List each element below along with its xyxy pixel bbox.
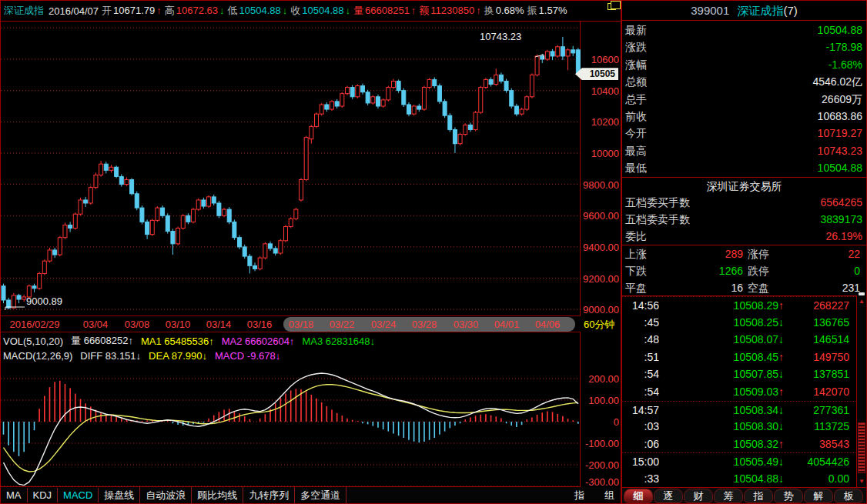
tick-scrollbar[interactable]: ▲ ▼ [856,295,866,487]
quote-tab-细[interactable]: 细 [624,489,653,503]
date-label[interactable]: 03/14 [206,319,232,330]
depth-row-五档委买手数: 五档委买手数6564265 [622,194,866,211]
tick-row[interactable]: :5110508.45↑149750 [622,349,857,366]
depth-row-五档委卖手数: 五档委卖手数3839173 [622,211,866,228]
indicator-tab-九转序列[interactable]: 九转序列 [243,487,295,504]
high-price-annotation: 10743.23 [480,31,521,42]
tick-row[interactable]: :5410509.03↑142070 [622,383,857,401]
security-title[interactable]: 399001 深证成指(7) [622,1,866,21]
field-value: 10504.88 [302,5,343,16]
volume-indicator-row[interactable]: VOL(5,10,20)量 66608252↑MA1 65485536↑MA2 … [1,332,581,349]
price-axis-label: 9600.00 [583,210,619,222]
indicator-tab-MACD[interactable]: MACD [58,488,99,502]
tick-time: :54 [622,365,659,383]
down-arrow-icon: ↓ [219,5,225,16]
quote-row-今开: 今开10719.27 [622,125,866,142]
quote-tab-势[interactable]: 势 [774,489,803,503]
quote-tab-解[interactable]: 解 [804,489,833,503]
date-label[interactable]: 2016/02/29 [9,319,59,330]
date-label[interactable]: 03/22 [330,319,355,330]
macd-indicator-row: MACD(12,26,9)DIFF 83.151↓DEA 87.990↓MACD… [3,350,288,362]
quote-tab-板[interactable]: 板 [834,489,863,503]
quote-panel: 399001 深证成指(7) 最新10504.88涨跌-178.98涨幅-1.6… [621,0,867,504]
date-label[interactable]: 03/08 [125,319,150,330]
tick-time: :45 [622,314,659,332]
breadth-value: 22 [848,245,860,262]
scroll-up-icon[interactable]: ▲ [857,299,866,305]
mini-nav-labels: 指组 [554,489,614,502]
quote-tab-财[interactable]: 财 [684,489,713,503]
breadth-value: 289 [725,245,743,262]
date-label[interactable]: 03/28 [412,319,437,330]
indicator-tab-多空通道[interactable]: 多空通道 [295,487,346,504]
price-axis-label: 9400.00 [583,241,619,252]
tick-price: 10508.30↓ [691,418,784,436]
scroll-thumb[interactable] [858,422,865,473]
quote-value: 10683.86 [818,108,862,125]
period-label[interactable]: 60分钟 [584,318,614,332]
field-value: 0.68% [496,5,524,16]
up-arrow-icon: ↑ [476,5,481,16]
exchange-header: 深圳证券交易所 [622,177,866,194]
indicator-tab-KDJ[interactable]: KDJ [28,488,59,502]
tick-row[interactable]: :5410507.85↓137851 [622,365,857,383]
depth-label: 委比 [625,228,647,245]
quote-tab-筹[interactable]: 筹 [714,489,743,503]
mini-nav-组[interactable]: 组 [604,489,614,501]
date-label[interactable]: 03/30 [454,319,479,330]
date-axis[interactable]: 2016/02/2903/0403/0803/1003/1403/1603/18… [1,315,581,332]
date-label[interactable]: 04/06 [535,319,561,330]
indicator-tab-操盘线[interactable]: 操盘线 [99,487,140,504]
security-suffix: (7) [783,4,797,17]
quote-value: 10743.23 [818,142,862,159]
scroll-down-icon[interactable]: ▼ [857,479,866,485]
tick-price: 10508.07↓ [691,331,784,349]
candlestick-svg [1,22,581,315]
tick-row[interactable]: 14:5710508.34↓277361 [622,401,857,419]
tick-row[interactable]: :4510508.25↓136765 [622,314,857,332]
indicator-tab-自动波浪[interactable]: 自动波浪 [140,487,192,504]
tick-row[interactable]: :0310508.30↓113725 [622,418,857,436]
tick-volume: 0.00 [829,470,849,488]
tick-list[interactable]: 14:5610508.29↑268227:4510508.25↓136765:4… [622,295,857,487]
tick-row[interactable]: :3310504.88↓0.00 [622,470,857,488]
tick-time: :54 [622,383,659,401]
indicator-tab-顾比均线[interactable]: 顾比均线 [192,487,243,504]
chart-window: 深证成指 2016/04/07 开10671.79↑高10672.63↓低105… [0,0,621,504]
macd-panel[interactable]: MACD(12,26,9)DIFF 83.151↓DEA 87.990↓MACD… [1,349,581,487]
tick-volume: 38543 [819,436,849,453]
breadth-value: 0 [854,262,860,279]
date-label[interactable]: 03/04 [83,319,109,330]
restore-window-icon[interactable] [608,3,616,10]
date-label[interactable]: 03/18 [289,319,314,330]
quote-field-量: 量66608251↑ [353,5,417,16]
date-label[interactable]: 03/24 [371,319,397,330]
tick-row[interactable]: :0610508.32↑38543 [622,436,857,453]
quote-row-最新: 最新10504.88 [622,22,866,38]
up-arrow-icon: ↑ [778,438,784,450]
quote-value: 4546.02亿 [812,73,862,90]
mini-nav-指[interactable]: 指 [574,489,584,501]
quote-label: 最低 [625,159,647,176]
breadth-label: 下跌 [625,262,647,279]
tick-row[interactable]: 14:5610508.29↑268227 [622,296,857,314]
quote-field-收: 收10504.88↓ [290,5,352,16]
indicator-tab-MA[interactable]: MA [1,488,28,502]
quote-summary-bar: 深证成指 2016/04/07 开10671.79↑高10672.63↓低105… [1,1,621,22]
quote-tab-逐[interactable]: 逐 [654,489,683,503]
candlestick-chart[interactable]: 10743.23 9000.89 [1,22,581,315]
date-label[interactable]: 03/16 [247,319,273,330]
vol-indicator-value: MA2 66602604↑ [222,335,295,347]
quote-value: 10719.27 [818,125,862,142]
macd-svg [1,349,581,487]
tick-time: 14:57 [622,402,659,419]
quote-row-前收: 前收10683.86 [622,108,866,125]
field-label: 额 [419,5,429,16]
quote-tab-指[interactable]: 指 [744,489,773,503]
splitter-grip[interactable] [859,292,865,295]
tick-row[interactable]: :4810508.07↓146514 [622,331,857,349]
down-arrow-icon: ↓ [778,420,784,432]
tick-row[interactable]: 15:0010505.49↓4054426 [622,452,857,470]
date-label[interactable]: 04/01 [494,319,520,330]
date-label[interactable]: 03/10 [166,319,191,330]
